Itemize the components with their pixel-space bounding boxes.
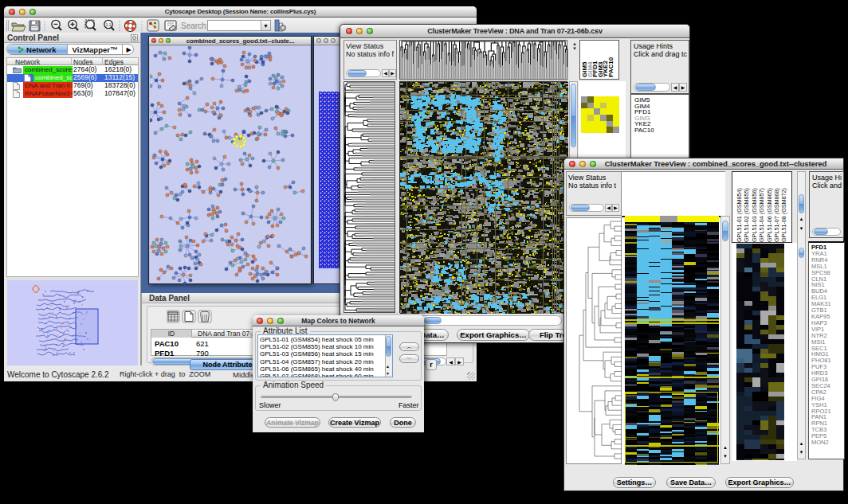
svg-text:GPL51-02 (GSM855): GPL51-02 (GSM855)	[743, 188, 750, 242]
svg-text:GPL51-06 (GSM865): GPL51-06 (GSM865)	[766, 188, 773, 242]
svg-text:GPL51-08 (GSM872): GPL51-08 (GSM872)	[780, 188, 787, 242]
svg-text:GPL51-07 (GSM868): GPL51-07 (GSM868)	[773, 188, 780, 242]
svg-text:1:1: 1:1	[106, 22, 112, 27]
svg-text:GPL51-01 (GSM854): GPL51-01 (GSM854)	[736, 188, 743, 242]
svg-text:GPL51-03 (GSM856): GPL51-03 (GSM856)	[751, 188, 758, 242]
svg-text:GPL51-04 (GSM857): GPL51-04 (GSM857)	[758, 188, 765, 242]
